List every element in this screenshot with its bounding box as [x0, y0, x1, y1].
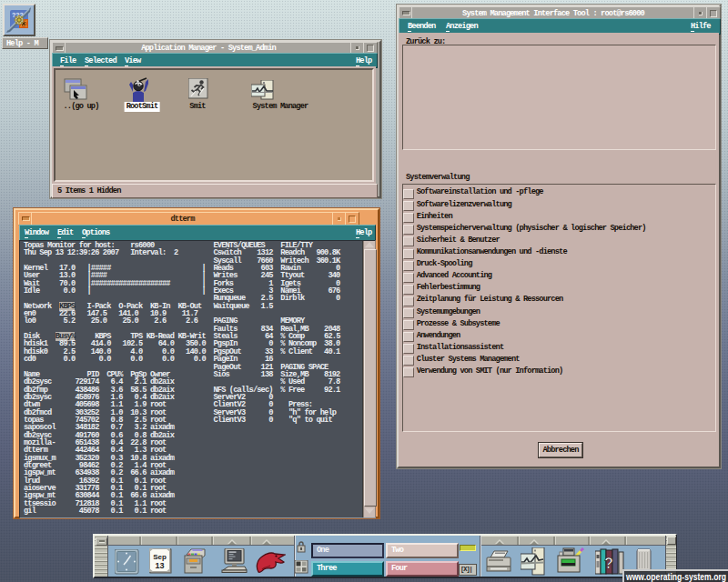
svg-text:13: 13 [155, 561, 164, 570]
svg-text:www.operating-system.org: www.operating-system.org [625, 571, 726, 582]
svg-text:Sep: Sep [153, 553, 167, 561]
svg-text:?: ? [604, 556, 613, 571]
